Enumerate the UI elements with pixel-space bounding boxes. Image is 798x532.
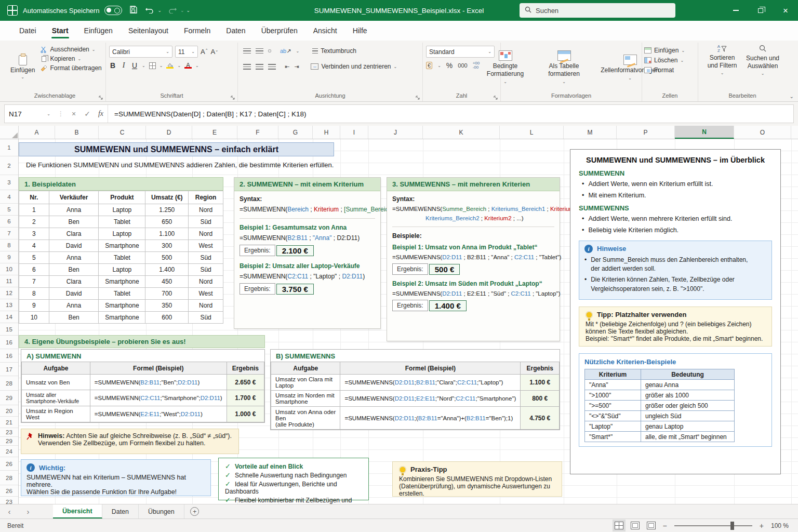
- underline-dropdown-icon[interactable]: ⌄: [142, 63, 145, 68]
- close-button[interactable]: ×: [773, 0, 798, 21]
- align-middle-icon[interactable]: [256, 48, 263, 54]
- row-header[interactable]: 12: [0, 287, 18, 299]
- formula-input[interactable]: =SUMMEWENNS(Daten[D] ; Daten[B] ; K17 ; …: [108, 105, 793, 123]
- sort-filter-button[interactable]: AZ Sortieren und Filtern ⌄: [704, 45, 740, 91]
- column-header-e[interactable]: E: [192, 126, 237, 139]
- row-header[interactable]: 8: [0, 240, 18, 251]
- percent-style-icon[interactable]: %: [446, 61, 453, 70]
- row-header[interactable]: 26: [0, 457, 18, 471]
- row-header[interactable]: 24: [0, 446, 18, 457]
- cut-dropdown-icon[interactable]: ⌄: [92, 47, 96, 52]
- maximize-button[interactable]: [748, 0, 773, 21]
- align-top-icon[interactable]: [243, 48, 251, 54]
- row-header[interactable]: 6: [0, 216, 18, 228]
- row-header[interactable]: 10: [0, 263, 18, 275]
- copy-dropdown-icon[interactable]: ⌄: [77, 57, 81, 61]
- format-painter-button[interactable]: Format übertragen: [40, 64, 101, 72]
- row-header[interactable]: 4: [0, 190, 18, 204]
- align-bottom-icon[interactable]: [268, 49, 271, 52]
- paste-dropdown-icon[interactable]: ⌄: [21, 75, 24, 79]
- delete-cells-button[interactable]: Löschen ⌄: [644, 57, 685, 64]
- borders-icon[interactable]: [149, 62, 156, 69]
- row-header[interactable]: 5: [0, 204, 18, 216]
- cut-button[interactable]: Ausschneiden ⌄: [40, 46, 101, 53]
- font-color-button[interactable]: A: [184, 63, 192, 69]
- format-cells-button[interactable]: Format: [644, 66, 685, 74]
- sheet-tab-daten[interactable]: Daten: [102, 504, 139, 518]
- quick-access-dropdown-icon[interactable]: ⌄: [187, 8, 191, 13]
- name-box[interactable]: N17 ⌄: [5, 110, 55, 118]
- column-header-f[interactable]: F: [237, 126, 278, 139]
- row-header[interactable]: 26: [0, 485, 18, 497]
- row-header[interactable]: 16: [0, 349, 18, 363]
- clipboard-dialog-launcher-icon[interactable]: [99, 95, 104, 100]
- fill-color-button[interactable]: [166, 63, 174, 69]
- row-header[interactable]: 28: [0, 471, 18, 485]
- orientation-dropdown-icon[interactable]: ⌄: [296, 49, 299, 54]
- row-header[interactable]: 1: [0, 139, 18, 156]
- minimize-button[interactable]: [723, 0, 748, 21]
- sheet-nav-right-icon[interactable]: ›: [19, 504, 37, 518]
- align-right-icon[interactable]: [268, 64, 276, 70]
- font-size-select[interactable]: 11 ⌄: [175, 46, 198, 58]
- insert-function-icon[interactable]: fx: [94, 110, 108, 118]
- font-color-dropdown-icon[interactable]: ⌄: [195, 63, 199, 68]
- zoom-in-icon[interactable]: +: [760, 522, 764, 530]
- underline-button[interactable]: U: [131, 61, 138, 70]
- increase-indent-icon[interactable]: ⇥: [294, 63, 299, 70]
- find-select-button[interactable]: Suchen und Auswählen ⌄: [745, 45, 780, 91]
- copy-button[interactable]: Kopieren ⌄: [40, 55, 101, 62]
- save-icon[interactable]: [127, 6, 139, 15]
- row-header[interactable]: 14: [0, 311, 18, 323]
- search-box[interactable]: Suchen: [520, 3, 675, 18]
- format-as-table-button[interactable]: Als Tabelle formatieren ⌄: [537, 44, 592, 91]
- tab-daten[interactable]: Daten: [218, 21, 253, 41]
- excel-app-icon[interactable]: [7, 5, 18, 16]
- column-header-c[interactable]: C: [99, 126, 146, 139]
- enter-icon[interactable]: ✓: [81, 110, 94, 118]
- select-all-corner[interactable]: [0, 126, 19, 139]
- column-header-m[interactable]: M: [564, 126, 617, 139]
- tab-ansicht[interactable]: Ansicht: [305, 21, 345, 41]
- column-header-g[interactable]: G: [278, 126, 313, 139]
- row-header[interactable]: 21: [0, 417, 18, 428]
- font-dialog-launcher-icon[interactable]: [231, 95, 236, 100]
- row-header[interactable]: 11: [0, 275, 18, 287]
- paste-button[interactable]: Einfügen ⌄: [6, 44, 39, 91]
- grid-area[interactable]: 1234567891011121314151616172829202123292…: [0, 139, 798, 504]
- align-center-icon[interactable]: [256, 64, 263, 70]
- column-header-o[interactable]: O: [734, 126, 791, 139]
- bold-button[interactable]: B: [109, 61, 116, 70]
- column-header-j[interactable]: J: [368, 126, 423, 139]
- tab-start[interactable]: Start: [44, 21, 76, 41]
- column-header-h[interactable]: H: [313, 126, 340, 139]
- row-header[interactable]: 2: [0, 156, 18, 175]
- alignment-dialog-launcher-icon[interactable]: [416, 95, 421, 100]
- tab-hilfe[interactable]: Hilfe: [345, 21, 375, 41]
- page-break-view-icon[interactable]: [647, 522, 656, 529]
- row-header[interactable]: 23: [0, 428, 18, 437]
- decrease-indent-icon[interactable]: ⇤: [285, 63, 289, 70]
- number-dialog-launcher-icon[interactable]: [494, 95, 499, 100]
- fill-color-dropdown-icon[interactable]: ⌄: [177, 63, 181, 68]
- row-header[interactable]: 28: [0, 376, 18, 391]
- tab-formeln[interactable]: Formeln: [176, 21, 218, 41]
- column-header-l[interactable]: L: [500, 126, 564, 139]
- font-name-select[interactable]: Calibri ⌄: [109, 46, 172, 58]
- wrap-text-button[interactable]: Textumbruch: [312, 47, 356, 55]
- italic-button[interactable]: I: [120, 61, 127, 70]
- undo-dropdown-icon[interactable]: ⌄: [157, 8, 162, 13]
- cancel-icon[interactable]: ×: [67, 110, 81, 118]
- normal-view-icon[interactable]: [615, 522, 623, 529]
- zoom-level[interactable]: 100 %: [771, 522, 789, 529]
- column-header-a[interactable]: A: [19, 126, 55, 139]
- row-header[interactable]: 9: [0, 251, 18, 263]
- row-header[interactable]: 13: [0, 299, 18, 311]
- orientation-icon[interactable]: ab↗: [280, 48, 291, 55]
- column-header-k[interactable]: K: [423, 126, 500, 139]
- sheet-tab-uebersicht[interactable]: Übersicht: [53, 504, 102, 518]
- zoom-slider[interactable]: [674, 525, 752, 526]
- align-left-icon[interactable]: [243, 64, 251, 70]
- page-layout-view-icon[interactable]: [631, 522, 640, 529]
- row-header[interactable]: 29: [0, 391, 18, 405]
